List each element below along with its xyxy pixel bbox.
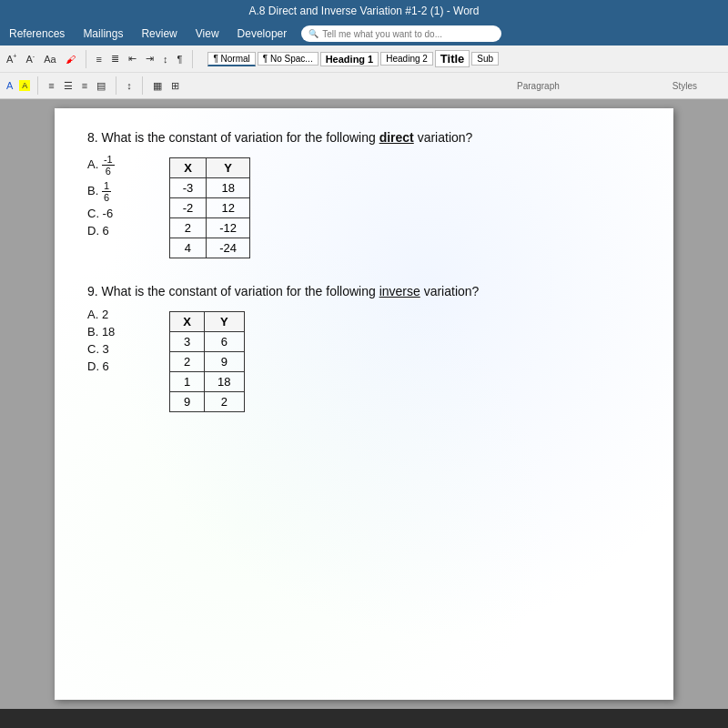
align-center-button[interactable]: ☰ [61,79,76,93]
q9-r3-x: 1 [170,372,205,392]
q8-option-c: C. -6 [87,207,115,220]
search-input[interactable] [322,29,494,39]
styles-label: Styles [672,79,697,93]
font-grow-button[interactable]: A+ [4,52,19,66]
bullet-list-button[interactable]: ≡ [94,53,105,66]
menu-view[interactable]: View [192,25,223,42]
q8-denom-b: 6 [102,192,111,203]
highlight-color-button[interactable]: A [19,80,30,91]
align-left-button[interactable]: ≡ [46,79,56,92]
indent-decrease-button[interactable]: ⇤ [126,52,139,66]
q8-c-label: C. -6 [87,207,113,220]
style-no-spacing[interactable]: ¶ No Spac... [258,52,318,66]
line-spacing-button[interactable]: ↕ [124,79,135,92]
q8-options: A. -1 6 B. 1 6 C. -6 [87,154,115,238]
style-title[interactable]: Title [435,50,470,67]
table-row: 9 2 [170,392,244,412]
q9-option-b: B. 18 [87,325,115,339]
q8-col-x: X [169,158,207,178]
style-normal[interactable]: ¶ Normal [207,52,255,66]
justify-button[interactable]: ▤ [94,79,108,93]
q9-option-a: A. 2 [87,308,115,321]
divider3 [37,76,38,95]
numbered-list-button[interactable]: ≣ [108,52,122,66]
divider5 [142,76,143,95]
sort-button[interactable]: ↕ [160,53,171,66]
divider4 [116,76,116,95]
menu-developer[interactable]: Developer [234,25,291,42]
q8-content: A. -1 6 B. 1 6 C. -6 [87,154,641,258]
menu-review[interactable]: Review [137,25,180,42]
menu-bar: References Mailings Review View Develope… [0,22,728,46]
font-shrink-button[interactable]: A- [23,52,37,66]
q8-option-d: D. 6 [87,224,115,238]
q8-r3-y: -12 [207,218,250,238]
q8-prefix: What is the constant of variation for th… [102,130,379,145]
style-heading1[interactable]: Heading 1 [320,52,379,66]
q9-d-label: D. 6 [87,359,109,373]
q8-suffix: variation? [418,130,473,145]
document-page: 8. What is the constant of variation for… [55,108,673,700]
q9-prefix: What is the constant of variation for th… [102,284,379,298]
align-right-button[interactable]: ≡ [79,79,90,92]
q8-number: 8. [87,130,102,145]
divider [86,50,86,68]
question-8: 8. What is the constant of variation for… [87,130,641,258]
search-icon: 🔍 [308,29,318,38]
q8-denom-a: 6 [104,166,113,177]
ribbon: A+ A- Aa 🖌 ≡ ≣ ⇤ ⇥ ↕ ¶ ¶ Normal ¶ No Spa… [0,46,728,99]
q8-r4-y: -24 [207,238,250,258]
title-text: A.8 Direct and Inverse Variation #1-2 (1… [249,5,480,17]
q8-d-label: D. 6 [87,224,109,238]
question-8-text: 8. What is the constant of variation for… [87,130,641,145]
q9-table: X Y 3 6 2 9 1 [169,311,244,412]
q8-table: X Y -3 18 -2 12 [169,157,250,258]
divider2 [192,50,193,68]
document-area: 8. What is the constant of variation for… [0,99,728,709]
indent-increase-button[interactable]: ⇥ [143,52,157,66]
q8-numer-a: -1 [102,154,115,166]
font-color-button[interactable]: A [4,79,15,92]
question-9: 9. What is the constant of variation for… [87,284,641,412]
table-row: -2 12 [169,198,249,218]
q8-fraction-b: 1 6 [102,180,111,203]
q8-r2-x: -2 [169,198,207,218]
q9-r2-y: 9 [205,352,244,372]
q9-a-label: A. 2 [87,308,108,321]
q9-option-c: C. 3 [87,342,115,356]
q8-numer-b: 1 [102,180,111,192]
q9-r2-x: 2 [170,352,205,372]
q8-fraction-a: -1 6 [102,154,115,177]
styles-box: ¶ Normal ¶ No Spac... Heading 1 Heading … [207,50,499,67]
q9-suffix: variation? [424,284,480,298]
q8-r2-y: 12 [207,198,250,218]
q9-c-label: C. 3 [87,342,109,356]
borders-button[interactable]: ⊞ [168,79,182,93]
table-row: 2 9 [170,352,244,372]
q9-b-label: B. 18 [87,325,115,339]
q9-content: A. 2 B. 18 C. 3 D. 6 X [87,308,641,412]
pilcrow-button[interactable]: ¶ [175,53,186,66]
style-subtitle[interactable]: Sub [471,52,499,66]
q8-r1-y: 18 [207,178,250,198]
font-case-button[interactable]: Aa [41,53,58,66]
q9-r1-x: 3 [170,332,205,352]
q9-bold-word: inverse [379,284,420,298]
q8-bold-word: direct [379,130,414,145]
search-box[interactable]: 🔍 [301,25,501,42]
paragraph-label: Paragraph [517,79,560,93]
menu-references[interactable]: References [5,25,68,42]
q8-r4-x: 4 [169,238,207,258]
ribbon-row2: A A ≡ ☰ ≡ ▤ ↕ ▦ ⊞ Paragraph Styles [0,73,728,98]
format-painter-button[interactable]: 🖌 [63,53,78,66]
shading-button[interactable]: ▦ [150,79,165,93]
table-row: -3 18 [169,178,249,198]
question-9-text: 9. What is the constant of variation for… [87,284,641,298]
q8-r3-x: 2 [169,218,207,238]
style-heading2[interactable]: Heading 2 [380,52,433,66]
menu-mailings[interactable]: Mailings [79,25,126,42]
q8-r1-x: -3 [169,178,207,198]
q9-number: 9. [87,284,102,298]
q9-option-d: D. 6 [87,359,115,373]
title-bar: A.8 Direct and Inverse Variation #1-2 (1… [0,0,728,22]
